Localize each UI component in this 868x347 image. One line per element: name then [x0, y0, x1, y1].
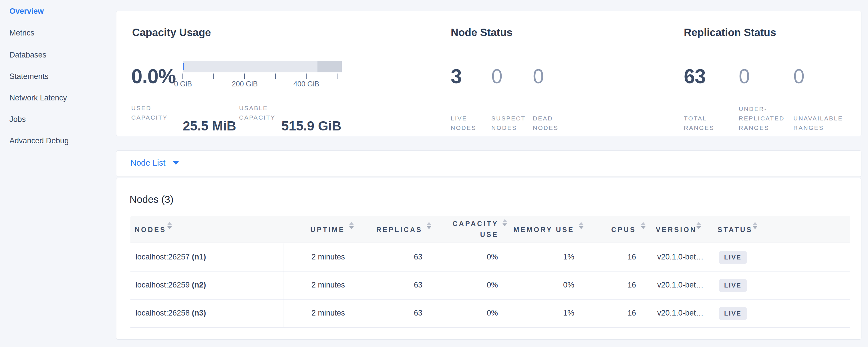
- capacity-usage-title: Capacity Usage: [132, 27, 211, 39]
- axis-label-400gib: 400 GiB: [283, 80, 329, 88]
- unavailable-ranges-count: 0: [793, 66, 805, 87]
- unavailable-ranges-label: UNAVAILABLERANGES: [793, 103, 843, 132]
- sort-icon[interactable]: [752, 222, 757, 229]
- suspect-nodes-count: 0: [491, 66, 502, 87]
- status-badge: LIVE: [719, 251, 747, 264]
- chevron-down-icon: [173, 161, 179, 165]
- replication-status-title: Replication Status: [684, 27, 776, 39]
- replicas-cell: 63: [365, 253, 423, 261]
- table-body: localhost:26257 (n1) 2 minutes 63 0% 1% …: [130, 244, 850, 327]
- column-header-memory-use[interactable]: MEMORY USE: [508, 226, 574, 234]
- node-list-dropdown[interactable]: Node List: [130, 158, 179, 168]
- used-capacity-label: USED CAPACITY: [131, 103, 167, 122]
- live-nodes-count: 3: [451, 66, 462, 87]
- nodes-heading: Nodes (3): [129, 194, 174, 205]
- capacity-bar-reserved-segment: [317, 61, 342, 72]
- column-header-cpus[interactable]: CPUS: [579, 226, 636, 234]
- sort-icon[interactable]: [502, 219, 507, 226]
- capacity-use-cell: 0%: [441, 253, 498, 261]
- sidebar-item-databases[interactable]: Databases: [9, 50, 46, 60]
- uptime-cell: 2 minutes: [288, 253, 345, 261]
- status-badge: LIVE: [719, 307, 747, 320]
- axis-label-0gib: 0 GiB: [160, 80, 206, 88]
- sidebar-item-metrics[interactable]: Metrics: [9, 28, 34, 38]
- version-cell: v20.1.0-bet…: [657, 253, 704, 261]
- live-nodes-label: LIVENODES: [451, 103, 476, 132]
- dead-nodes-count: 0: [533, 66, 544, 87]
- uptime-cell: 2 minutes: [288, 281, 345, 289]
- axis-tick: [213, 73, 214, 79]
- table-row: localhost:26257 (n1) 2 minutes 63 0% 1% …: [130, 244, 850, 272]
- sidebar-item-network-latency[interactable]: Network Latency: [9, 93, 67, 103]
- suspect-nodes-label: SUSPECTNODES: [491, 103, 526, 132]
- usable-capacity-value: 515.9 GiB: [281, 118, 341, 134]
- capacity-usage-bar: [183, 61, 342, 72]
- column-header-status[interactable]: STATUS: [718, 226, 752, 234]
- capacity-use-cell: 0%: [441, 309, 498, 318]
- memory-use-cell: 1%: [517, 309, 574, 318]
- capacity-use-cell: 0%: [441, 281, 498, 289]
- column-header-uptime[interactable]: UPTIME: [286, 226, 345, 234]
- replicas-cell: 63: [365, 281, 423, 289]
- capacity-bar-used-segment: [183, 63, 184, 70]
- cpus-cell: 16: [579, 309, 636, 318]
- nodes-table-card: Nodes (3) NODES UPTIME REPLICAS CAPACITY…: [116, 178, 861, 340]
- node-status-title: Node Status: [451, 27, 513, 39]
- sort-icon[interactable]: [349, 222, 354, 229]
- uptime-cell: 2 minutes: [288, 309, 345, 318]
- under-replicated-ranges-label: UNDER-REPLICATEDRANGES: [739, 94, 784, 132]
- under-replicated-ranges-count: 0: [739, 66, 750, 87]
- memory-use-cell: 1%: [517, 253, 574, 261]
- sidebar-item-statements[interactable]: Statements: [9, 71, 49, 81]
- sidebar-item-overview[interactable]: Overview: [9, 6, 44, 16]
- total-ranges-count: 63: [684, 66, 706, 87]
- axis-tick: [306, 73, 307, 79]
- usable-capacity-label: USABLE CAPACITY: [239, 103, 275, 122]
- memory-use-cell: 0%: [517, 281, 574, 289]
- version-cell: v20.1.0-bet…: [657, 281, 704, 289]
- sort-icon[interactable]: [641, 222, 646, 229]
- axis-tick: [275, 73, 276, 79]
- column-header-capacity-use[interactable]: CAPACITY USE: [441, 218, 498, 240]
- view-selector-card: Node List: [116, 151, 861, 177]
- node-address-cell[interactable]: localhost:26258 (n3): [135, 309, 206, 318]
- table-row: localhost:26259 (n2) 2 minutes 63 0% 0% …: [130, 272, 850, 299]
- axis-tick: [244, 73, 245, 79]
- node-address-cell[interactable]: localhost:26257 (n1): [135, 253, 206, 261]
- status-badge: LIVE: [719, 279, 747, 292]
- sort-icon[interactable]: [696, 222, 701, 229]
- axis-tick: [183, 73, 183, 79]
- column-header-version[interactable]: VERSION: [656, 226, 697, 234]
- replicas-cell: 63: [365, 309, 423, 318]
- node-address-cell[interactable]: localhost:26259 (n2): [135, 281, 206, 289]
- sort-icon[interactable]: [167, 222, 172, 229]
- axis-label-200gib: 200 GiB: [222, 80, 268, 88]
- table-row: localhost:26258 (n3) 2 minutes 63 0% 1% …: [130, 299, 850, 327]
- cpus-cell: 16: [579, 253, 636, 261]
- sort-icon[interactable]: [427, 222, 432, 229]
- axis-tick: [337, 73, 338, 79]
- used-capacity-value: 25.5 MiB: [183, 118, 236, 134]
- column-header-nodes[interactable]: NODES: [135, 226, 166, 234]
- total-ranges-label: TOTALRANGES: [684, 103, 714, 132]
- table-header: NODES UPTIME REPLICAS CAPACITY USE MEMOR…: [130, 216, 850, 243]
- cluster-summary-card: Capacity Usage 0.0% 0 GiB 200 GiB 400 Gi…: [116, 11, 861, 136]
- node-list-dropdown-label: Node List: [130, 158, 165, 168]
- column-header-replicas[interactable]: REPLICAS: [360, 226, 423, 234]
- version-cell: v20.1.0-bet…: [657, 309, 704, 318]
- cpus-cell: 16: [579, 281, 636, 289]
- dead-nodes-label: DEADNODES: [533, 103, 559, 132]
- sidebar-item-advanced-debug[interactable]: Advanced Debug: [9, 136, 69, 146]
- sidebar-item-jobs[interactable]: Jobs: [9, 115, 26, 124]
